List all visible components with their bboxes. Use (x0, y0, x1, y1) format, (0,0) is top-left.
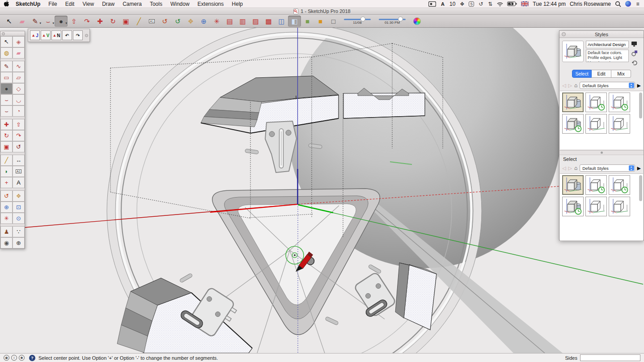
tape-measure-tool-button[interactable]: ╱ (132, 16, 145, 27)
menu-file[interactable]: File (44, 1, 61, 7)
model-viewport[interactable]: ↖◈◍▰✎∿▭▱●◇⌣◡⌣◔✚⇧↻↷▣↺╱↔◗A1+A↺❖⊕⊡✳⊙♟∵◉⊕ ▲J… (0, 28, 644, 353)
display-section-cuts-tool-button[interactable]: ▨ (249, 16, 262, 27)
rotate-tool-button[interactable]: ↻ (0, 130, 13, 141)
screen-record-icon[interactable] (428, 0, 436, 8)
pie-tool-button[interactable]: ◔ (13, 105, 25, 117)
zoom-window-tool-button[interactable]: ⊡ (13, 202, 25, 213)
style-thumbnail[interactable] (609, 114, 630, 134)
section-fill-tool-button[interactable]: ▩ (262, 16, 275, 27)
circle-tool-button[interactable]: ● (0, 83, 13, 94)
color-wheel-icon[interactable] (413, 17, 421, 25)
update-style-icon[interactable] (631, 59, 638, 67)
close-icon[interactable] (85, 34, 88, 37)
toggle-icon[interactable]: ⇅ (487, 0, 493, 8)
tape-measure-tool-button[interactable]: ╱ (0, 155, 13, 166)
uk-flag-icon[interactable] (521, 0, 529, 8)
style-description[interactable]: Default face colors. Profile edges. Ligh… (586, 50, 629, 62)
close-icon[interactable] (2, 32, 5, 35)
text-tool-button[interactable]: A1 (145, 16, 158, 27)
scrollbar-thumb[interactable] (639, 93, 642, 118)
shadow-time-slider[interactable]: 01:30 PM (377, 18, 407, 25)
tab-mix[interactable]: Mix (611, 70, 631, 78)
section-plane-tool-button[interactable]: ▤ (223, 16, 236, 27)
battery-icon[interactable] (507, 0, 517, 8)
section-plane-tool-button[interactable]: ⊕ (13, 237, 25, 248)
tab-edit[interactable]: Edit (592, 70, 611, 78)
jpp-normal-push-pull-button[interactable]: ▲N (51, 30, 61, 40)
style-thumbnail[interactable] (585, 93, 607, 112)
menu-tools[interactable]: Tools (146, 1, 166, 7)
look-around-tool-button[interactable]: ◉ (0, 237, 13, 248)
style-thumbnail[interactable] (585, 197, 607, 216)
measurement-input[interactable] (580, 354, 640, 361)
window-titlebar[interactable]: 1 - SketchUp Pro 2018 (0, 8, 644, 15)
arc-tool-button[interactable]: ⌣▾ (42, 16, 55, 27)
back-arrow-icon[interactable]: ◁ (562, 165, 566, 171)
offset-tool-button[interactable]: ▣ (0, 141, 13, 152)
palette-titlebar[interactable] (0, 31, 25, 36)
style-thumbnail[interactable] (562, 114, 584, 134)
rectangle-tool-button[interactable]: ▭ (0, 72, 13, 83)
shadow-date-slider[interactable]: 11/08 (343, 18, 372, 25)
tab-select[interactable]: Select (572, 70, 592, 78)
zoom-extents-tool-button[interactable]: ✳ (0, 213, 13, 224)
style-thumbnail[interactable] (562, 197, 584, 216)
forward-arrow-icon[interactable]: ▷ (568, 83, 572, 88)
styles-collection-dropdown[interactable]: Default Styles▲▼ (580, 82, 635, 89)
make-component-tool-button[interactable]: ◈ (13, 36, 25, 47)
circle-tool-button[interactable]: ●▾ (55, 16, 68, 27)
line-tool-button[interactable]: ✎▾ (29, 16, 42, 27)
eraser-tool-button[interactable]: ▰ (16, 16, 29, 27)
text-tool-button[interactable]: A1 (13, 166, 25, 177)
jpp-undo-button[interactable]: ↶ (62, 30, 72, 40)
axes-tool-button[interactable]: + (0, 177, 13, 188)
push-pull-tool-button[interactable]: ⇧ (13, 119, 25, 130)
shadow-date-slider-thumb[interactable] (360, 17, 365, 21)
create-style-icon[interactable] (631, 50, 638, 57)
home-icon[interactable]: ⌂ (574, 82, 577, 88)
section-resize-handle[interactable] (559, 150, 644, 155)
apple-menu-icon[interactable] (4, 0, 10, 7)
stepper-icon[interactable]: ▲▼ (629, 83, 634, 88)
style-thumbnail[interactable] (609, 197, 630, 216)
menu-draw[interactable]: Draw (98, 1, 119, 7)
stepper-icon[interactable]: ▲▼ (629, 165, 634, 171)
shadow-time-slider-thumb[interactable] (398, 17, 403, 21)
menubar-clock[interactable]: Tue 12:44 pm (533, 1, 566, 7)
rotate-tool-button[interactable]: ↻ (106, 16, 119, 27)
menu-camera[interactable]: Camera (119, 1, 146, 7)
two-point-arc-tool-button[interactable]: ◡ (13, 94, 25, 105)
style-thumbnail-selected[interactable] (562, 175, 584, 195)
move-tool-button[interactable]: ✚ (93, 16, 106, 27)
dimension-tool-button[interactable]: ↔ (13, 155, 25, 166)
jpp-joint-push-pull-button[interactable]: ▲J (30, 30, 40, 40)
count-10-icon[interactable]: 10 (449, 0, 455, 8)
intersect-tool-button[interactable]: ↺ (13, 141, 25, 152)
styles-collection-dropdown[interactable]: Default Styles▲▼ (580, 164, 635, 172)
pan-tool-button[interactable]: ❖ (184, 16, 197, 27)
info-icon[interactable]: i (11, 355, 17, 361)
menu-sketchup[interactable]: SketchUp (12, 1, 44, 7)
menu-edit[interactable]: Edit (61, 1, 79, 7)
orbit-tool-button[interactable]: ↺ (0, 190, 13, 202)
orbit-tool-button[interactable]: ↺ (158, 16, 171, 27)
siri-icon[interactable] (625, 0, 631, 8)
back-edges-tool-button[interactable]: ◧ (288, 16, 301, 27)
style-thumbnail-selected[interactable] (562, 93, 584, 112)
push-pull-tool-button[interactable]: ⇧ (68, 16, 80, 27)
person-icon[interactable]: ☻ (19, 355, 25, 361)
three-point-arc-tool-button[interactable]: ⌣ (0, 105, 13, 117)
polygon-tool-button[interactable]: ◇ (13, 83, 25, 94)
jpp-vector-push-pull-button[interactable]: ▲V (41, 30, 51, 40)
geolocate-icon[interactable]: ◉ (4, 355, 9, 361)
time-machine-icon[interactable]: ↺ (478, 0, 483, 8)
select-tool-button[interactable]: ↖ (0, 36, 13, 47)
style-thumbnail[interactable] (585, 175, 607, 195)
detail-arrow-icon[interactable]: ▶ (637, 83, 641, 88)
roll-view-tool-button[interactable]: ↺ (171, 16, 184, 27)
style-name-input[interactable] (586, 41, 629, 48)
search-icon[interactable] (615, 0, 621, 8)
protractor-tool-button[interactable]: ◗ (0, 166, 13, 177)
move-tool-button[interactable]: ✚ (0, 119, 13, 130)
menu-help[interactable]: Help (228, 1, 247, 7)
